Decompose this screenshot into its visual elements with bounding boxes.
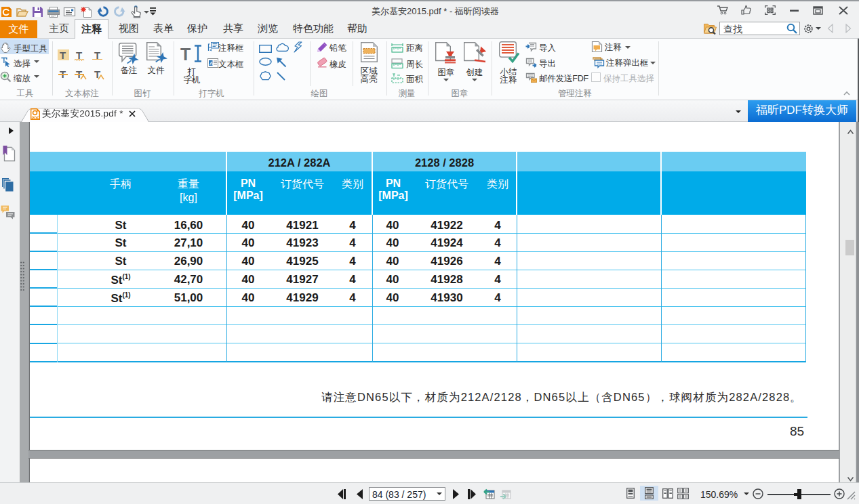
svg-text:A: A <box>209 60 214 66</box>
svg-text:PDF: PDF <box>32 116 40 120</box>
